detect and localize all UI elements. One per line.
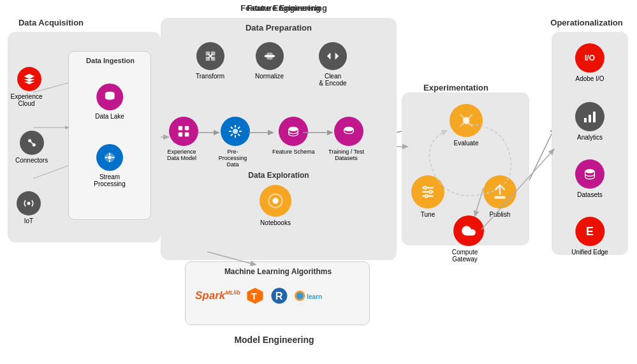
data-ingestion-box: Data Ingestion Data Lake Stream Processi… bbox=[68, 51, 151, 220]
preprocessing-label: Pre-Processing Data bbox=[214, 149, 252, 168]
compute-gateway-label: Compute Gateway bbox=[443, 249, 487, 263]
evaluate-label: Evaluate bbox=[450, 140, 483, 147]
svg-point-29 bbox=[344, 127, 353, 131]
spark-logo: SparkMLlib bbox=[195, 289, 240, 302]
data-ingestion-label: Data Ingestion bbox=[69, 57, 152, 64]
compute-gateway: Compute Gateway bbox=[450, 215, 487, 263]
svg-rect-48 bbox=[494, 196, 505, 199]
tune-label: Tune bbox=[411, 211, 444, 218]
experimentation-label: Experimentation bbox=[411, 83, 501, 92]
datasets-icon bbox=[575, 159, 604, 189]
transform-label: Transform bbox=[196, 73, 224, 80]
model-engineering-label: Model Engineering bbox=[210, 335, 338, 345]
analytics-icon bbox=[575, 102, 604, 131]
svg-rect-24 bbox=[185, 126, 189, 130]
svg-text:T: T bbox=[251, 291, 257, 302]
r-logo: R bbox=[270, 286, 289, 305]
svg-point-52 bbox=[585, 169, 595, 173]
data-acquisition-label: Data Acquisition bbox=[13, 18, 89, 27]
feature-engineering-box: Data Preparation Transform Normalize Cle… bbox=[161, 18, 397, 260]
svg-point-20 bbox=[27, 202, 31, 205]
experience-data-model-label: Experience Data Model bbox=[163, 149, 200, 161]
adobe-io-label: Adobe I/O bbox=[575, 75, 604, 82]
tensorflow-logo: T bbox=[245, 286, 265, 305]
notebooks-label: Notebooks bbox=[260, 219, 291, 226]
normalize-label: Normalize bbox=[255, 73, 284, 80]
main-diagram: Feature Engineering Operationalization D… bbox=[0, 0, 637, 364]
svg-point-46 bbox=[429, 191, 432, 193]
transform-icon bbox=[196, 42, 224, 70]
iot-icon bbox=[17, 191, 41, 215]
experience-data-model-icon bbox=[169, 117, 198, 146]
feature-schema-icon bbox=[279, 117, 308, 146]
svg-point-39 bbox=[296, 293, 303, 300]
connectors-icon bbox=[20, 131, 44, 155]
svg-point-28 bbox=[289, 127, 298, 131]
data-exploration-label: Data Exploration bbox=[161, 171, 397, 180]
svg-point-16 bbox=[108, 156, 112, 159]
svg-point-47 bbox=[425, 194, 428, 197]
svg-point-41 bbox=[463, 117, 470, 124]
data-lake-label: Data Lake bbox=[95, 113, 124, 120]
unified-edge-label: Unified Edge bbox=[571, 249, 608, 256]
publish-label: Publish bbox=[483, 211, 516, 218]
tune-icon bbox=[411, 175, 444, 208]
publish-icon bbox=[483, 175, 516, 208]
clean-encode-icon bbox=[319, 42, 347, 70]
stream-processing-icon bbox=[96, 144, 123, 171]
svg-rect-23 bbox=[179, 126, 182, 130]
svg-rect-50 bbox=[589, 115, 591, 122]
svg-line-19 bbox=[31, 142, 33, 143]
clean-encode-label: Clean& Encode bbox=[319, 73, 347, 87]
svg-rect-22 bbox=[267, 53, 272, 60]
normalize-icon bbox=[256, 42, 284, 70]
svg-text:R: R bbox=[275, 290, 283, 302]
adobe-io-icon: I/O bbox=[575, 43, 604, 73]
svg-rect-49 bbox=[584, 118, 587, 122]
svg-point-27 bbox=[233, 129, 238, 134]
experience-cloud-label: Experience Cloud bbox=[9, 93, 44, 107]
ml-algorithms-label: Machine Learning Algorithms bbox=[186, 267, 370, 276]
jupyter-icon bbox=[260, 185, 291, 217]
connectors-label: Connectors bbox=[15, 157, 48, 164]
operationalization-label: Operationalization bbox=[545, 18, 628, 27]
sklearn-logo: learn bbox=[294, 289, 318, 303]
svg-point-45 bbox=[424, 186, 427, 189]
data-preparation-label: Data Preparation bbox=[161, 23, 397, 33]
preprocessing-icon bbox=[221, 117, 250, 146]
svg-point-33 bbox=[272, 198, 278, 203]
training-datasets-icon bbox=[334, 117, 363, 146]
stream-processing-label: Stream Processing bbox=[89, 173, 130, 187]
iot-label: IoT bbox=[17, 217, 41, 224]
operationalization-box: I/O Adobe I/O Analytics Datasets E Unifi… bbox=[552, 32, 628, 255]
svg-text:learn: learn bbox=[307, 293, 322, 300]
analytics-label: Analytics bbox=[575, 134, 604, 141]
datasets-label: Datasets bbox=[575, 191, 604, 198]
training-datasets-label: Training / Test Datasets bbox=[327, 149, 365, 161]
ml-algorithms-box: Machine Learning Algorithms SparkMLlib T… bbox=[185, 261, 370, 325]
feature-eng-top-label: Feature Engineering bbox=[217, 3, 357, 13]
svg-rect-51 bbox=[593, 112, 596, 122]
data-acquisition-box: Data Ingestion Data Lake Stream Processi… bbox=[8, 32, 161, 242]
experience-cloud-icon bbox=[17, 67, 41, 91]
data-lake-icon bbox=[96, 84, 123, 110]
svg-rect-25 bbox=[179, 133, 182, 136]
svg-rect-26 bbox=[185, 133, 189, 136]
unified-edge-icon: E bbox=[575, 217, 604, 246]
feature-schema-label: Feature Schema bbox=[272, 149, 315, 155]
evaluate-icon bbox=[450, 104, 483, 137]
